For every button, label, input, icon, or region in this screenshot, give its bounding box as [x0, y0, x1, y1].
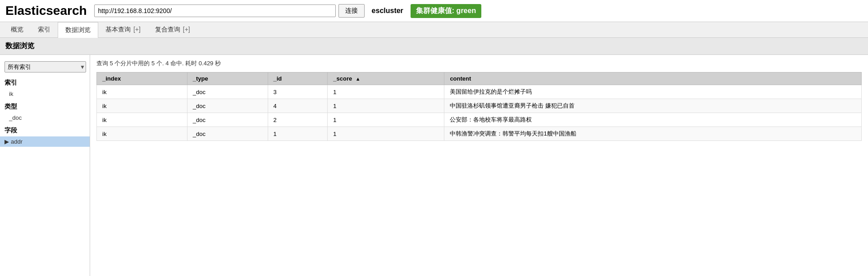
- table-cell-index: ik: [97, 99, 187, 113]
- sidebar-section-index: 索引: [0, 75, 90, 89]
- table-cell-type: _doc: [187, 127, 268, 141]
- table-cell-id: 4: [268, 99, 328, 113]
- col-header-score[interactable]: _score ▲: [328, 72, 444, 85]
- table-cell-score: 1: [328, 99, 444, 113]
- connect-button[interactable]: 连接: [338, 4, 365, 18]
- header: Elasticsearch 连接 escluster 集群健康值: green: [0, 0, 868, 22]
- col-header-id[interactable]: _id: [268, 72, 328, 85]
- table-cell-content: 公安部：各地校车将享最高路权: [444, 113, 862, 127]
- table-row[interactable]: ik_doc31美国留给伊拉克的是个烂摊子吗: [97, 85, 862, 99]
- tab-basic-query[interactable]: 基本查询 [+]: [98, 22, 148, 37]
- table-cell-id: 2: [268, 113, 328, 127]
- url-input[interactable]: [94, 5, 336, 17]
- url-bar: 连接: [94, 4, 365, 18]
- table-cell-id: 1: [268, 127, 328, 141]
- col-header-type[interactable]: _type: [187, 72, 268, 85]
- table-cell-type: _doc: [187, 113, 268, 127]
- tab-index[interactable]: 索引: [31, 22, 58, 37]
- col-header-index[interactable]: _index: [97, 72, 187, 85]
- plus-icon-2: [+]: [183, 26, 190, 33]
- sidebar-item-ik[interactable]: ik: [0, 89, 90, 99]
- health-badge: 集群健康值: green: [411, 4, 481, 18]
- data-table: _index _type _id _score ▲ content ik_doc…: [96, 72, 862, 141]
- triangle-right-icon: ▶: [5, 138, 9, 145]
- table-cell-content: 中国驻洛杉矶领事馆遭亚裔男子枪击 嫌犯已自首: [444, 99, 862, 113]
- col-header-content[interactable]: content: [444, 72, 862, 85]
- data-area: 查询 5 个分片中用的 5 个. 4 命中. 耗时 0.429 秒 _index…: [90, 55, 868, 276]
- tab-complex-query[interactable]: 复合查询 [+]: [148, 22, 197, 37]
- plus-icon: [+]: [133, 26, 141, 33]
- sidebar-section-type: 类型: [0, 99, 90, 113]
- app-title: Elasticsearch: [5, 4, 87, 18]
- tab-overview[interactable]: 概览: [4, 22, 31, 37]
- table-cell-type: _doc: [187, 99, 268, 113]
- sort-asc-icon: ▲: [356, 76, 361, 81]
- query-info: 查询 5 个分片中用的 5 个. 4 命中. 耗时 0.429 秒: [96, 59, 862, 68]
- sidebar: 所有索引 ▼ 索引 ik 类型 _doc 字段 ▶ addr: [0, 55, 90, 276]
- sidebar-item-addr[interactable]: ▶ addr: [0, 136, 90, 147]
- table-row[interactable]: ik_doc41中国驻洛杉矶领事馆遭亚裔男子枪击 嫌犯已自首: [97, 99, 862, 113]
- sidebar-select-row: 所有索引 ▼: [0, 59, 90, 75]
- table-cell-id: 3: [268, 85, 328, 99]
- cluster-name: escluster: [372, 7, 403, 15]
- table-cell-type: _doc: [187, 85, 268, 99]
- table-header-row: _index _type _id _score ▲ content: [97, 72, 862, 85]
- index-select[interactable]: 所有索引: [5, 61, 86, 72]
- table-row[interactable]: ik_doc11中韩渔警冲突调查：韩警平均每天扣1艘中国渔船: [97, 127, 862, 141]
- sidebar-item-doc[interactable]: _doc: [0, 113, 90, 123]
- page-title: 数据浏览: [0, 38, 868, 55]
- table-cell-index: ik: [97, 113, 187, 127]
- table-cell-score: 1: [328, 85, 444, 99]
- tab-data-browse[interactable]: 数据浏览: [58, 22, 98, 38]
- table-cell-score: 1: [328, 113, 444, 127]
- sidebar-item-addr-label: addr: [11, 138, 23, 145]
- table-cell-index: ik: [97, 85, 187, 99]
- table-cell-index: ik: [97, 127, 187, 141]
- table-cell-content: 美国留给伊拉克的是个烂摊子吗: [444, 85, 862, 99]
- nav-tabs: 概览 索引 数据浏览 基本查询 [+] 复合查询 [+]: [0, 22, 868, 38]
- main-content: 所有索引 ▼ 索引 ik 类型 _doc 字段 ▶ addr 查询 5 个分片中…: [0, 55, 868, 276]
- table-row[interactable]: ik_doc21公安部：各地校车将享最高路权: [97, 113, 862, 127]
- table-cell-content: 中韩渔警冲突调查：韩警平均每天扣1艘中国渔船: [444, 127, 862, 141]
- sidebar-section-fields: 字段: [0, 123, 90, 136]
- table-cell-score: 1: [328, 127, 444, 141]
